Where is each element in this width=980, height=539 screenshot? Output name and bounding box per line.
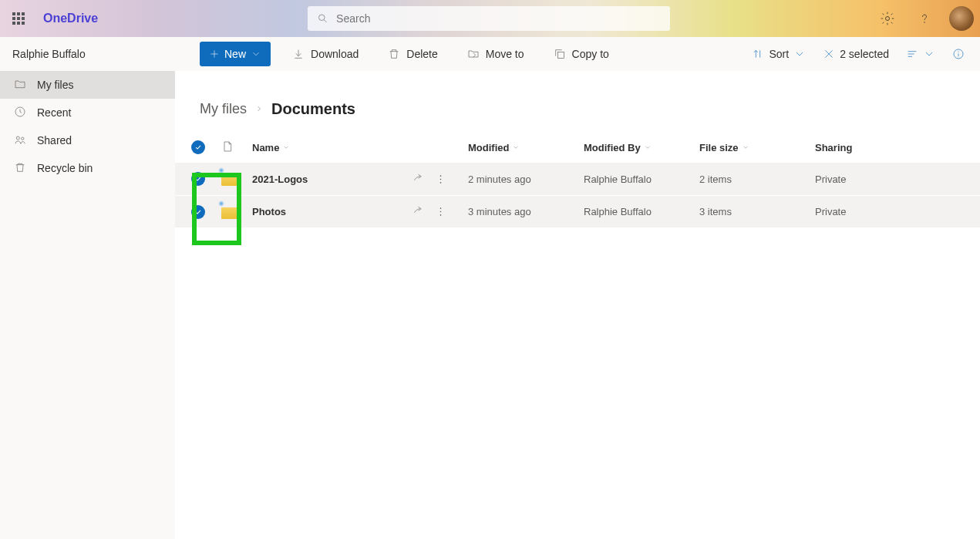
svg-point-3	[918, 12, 931, 25]
x-icon	[823, 48, 835, 60]
top-bar: OneDrive	[0, 0, 980, 37]
view-options-button[interactable]	[900, 42, 941, 66]
recycle-icon	[14, 161, 26, 176]
new-button[interactable]: New	[200, 42, 271, 66]
download-button[interactable]: Download	[285, 42, 366, 66]
sidebar: My filesRecentSharedRecycle bin	[0, 71, 175, 539]
move-icon	[467, 48, 480, 60]
modified-cell: 2 minutes ago	[468, 173, 584, 185]
sidebar-item-shared[interactable]: Shared	[0, 126, 175, 154]
table-row[interactable]: Photos3 minutes agoRalphie Buffalo3 item…	[175, 195, 980, 227]
more-icon[interactable]	[435, 206, 446, 217]
table-row[interactable]: 2021-Logos2 minutes agoRalphie Buffalo2 …	[175, 163, 980, 195]
svg-point-0	[319, 15, 325, 21]
help-icon	[917, 11, 932, 26]
top-right-group	[869, 0, 980, 37]
column-sharing[interactable]: Sharing	[815, 142, 931, 153]
row-select-toggle[interactable]	[175, 172, 221, 186]
svg-point-22	[22, 137, 24, 140]
chevron-down-icon	[512, 143, 520, 151]
details-pane-button[interactable]	[946, 42, 971, 66]
search-icon	[317, 12, 328, 25]
selection-count-label: 2 selected	[840, 48, 889, 60]
breadcrumb-root[interactable]: My files	[200, 101, 247, 117]
breadcrumb-current: Documents	[271, 100, 355, 118]
svg-point-27	[440, 211, 442, 213]
app-launcher-button[interactable]	[0, 0, 37, 37]
item-name[interactable]: 2021-Logos	[252, 173, 308, 185]
chevron-down-icon	[923, 48, 935, 60]
share-icon[interactable]	[413, 173, 424, 185]
folder-icon	[221, 172, 238, 186]
column-modified-by[interactable]: Modified By	[584, 142, 699, 153]
sidebar-item-recent[interactable]: Recent	[0, 99, 175, 126]
chevron-down-icon	[742, 143, 749, 151]
more-icon[interactable]	[435, 173, 446, 185]
svg-point-23	[440, 175, 442, 177]
shared-icon	[14, 133, 26, 148]
column-name[interactable]: Name	[252, 142, 468, 153]
help-button[interactable]	[906, 0, 943, 37]
download-label: Download	[311, 48, 359, 60]
column-sharing-label: Sharing	[815, 142, 852, 153]
file-icon	[221, 139, 234, 154]
search-box[interactable]	[308, 6, 670, 31]
move-to-label: Move to	[486, 48, 524, 60]
column-modified[interactable]: Modified	[468, 142, 584, 153]
account-name-label: Ralphie Buffalo	[0, 48, 175, 60]
column-modified-label: Modified	[468, 142, 509, 153]
column-filesize-label: File size	[699, 142, 739, 153]
main-layout: My filesRecentSharedRecycle bin My files…	[0, 71, 980, 539]
svg-point-19	[958, 51, 958, 52]
sort-button[interactable]: Sort	[746, 42, 812, 66]
sidebar-item-recycle-bin[interactable]: Recycle bin	[0, 154, 175, 182]
name-cell: Photos	[252, 206, 468, 217]
delete-button[interactable]: Delete	[380, 42, 445, 66]
name-cell: 2021-Logos	[252, 173, 468, 185]
clear-selection-button[interactable]: 2 selected	[817, 42, 895, 66]
chevron-down-icon	[282, 143, 290, 151]
breadcrumb: My files Documents	[175, 71, 980, 132]
chevron-down-icon	[644, 143, 652, 151]
chevron-right-icon	[254, 101, 264, 117]
recent-icon	[14, 106, 26, 120]
table-header: Name Modified Modified By File size Shar…	[175, 132, 980, 163]
column-filesize[interactable]: File size	[699, 142, 815, 153]
sort-label: Sort	[769, 48, 789, 60]
command-bar: Ralphie Buffalo New Download Delete Move…	[0, 37, 980, 71]
sidebar-item-label: Shared	[37, 134, 72, 147]
main-content: My files Documents Name Modified	[175, 71, 980, 539]
row-select-toggle[interactable]	[175, 205, 221, 219]
select-all-toggle[interactable]	[175, 140, 221, 154]
info-icon	[952, 48, 965, 60]
search-input[interactable]	[336, 12, 661, 25]
column-filetype-icon[interactable]	[221, 139, 252, 157]
move-to-button[interactable]: Move to	[460, 42, 532, 66]
row-type-icon	[221, 205, 252, 219]
sharing-cell: Private	[815, 173, 931, 185]
share-icon[interactable]	[413, 206, 424, 217]
checkmark-icon	[191, 205, 205, 219]
chevron-down-icon	[793, 48, 806, 60]
sort-icon	[752, 48, 764, 60]
svg-line-1	[324, 20, 326, 22]
copy-to-button[interactable]: Copy to	[546, 42, 617, 66]
settings-button[interactable]	[869, 0, 906, 37]
row-type-icon	[221, 172, 252, 186]
modified-by-cell: Ralphie Buffalo	[584, 173, 699, 185]
new-button-label: New	[224, 48, 246, 60]
sidebar-item-my-files[interactable]: My files	[0, 71, 175, 99]
command-right-group: Sort 2 selected	[746, 42, 971, 66]
folder-icon	[14, 78, 26, 93]
delete-label: Delete	[406, 48, 437, 60]
svg-point-21	[16, 136, 19, 140]
modified-by-cell: Ralphie Buffalo	[584, 206, 699, 217]
item-name[interactable]: Photos	[252, 206, 286, 217]
brand-label[interactable]: OneDrive	[43, 12, 98, 25]
sidebar-item-label: My files	[37, 79, 73, 91]
download-icon	[292, 48, 305, 60]
file-table: Name Modified Modified By File size Shar…	[175, 132, 980, 227]
column-name-label: Name	[252, 142, 279, 153]
svg-point-26	[440, 207, 442, 209]
avatar[interactable]	[949, 6, 974, 31]
